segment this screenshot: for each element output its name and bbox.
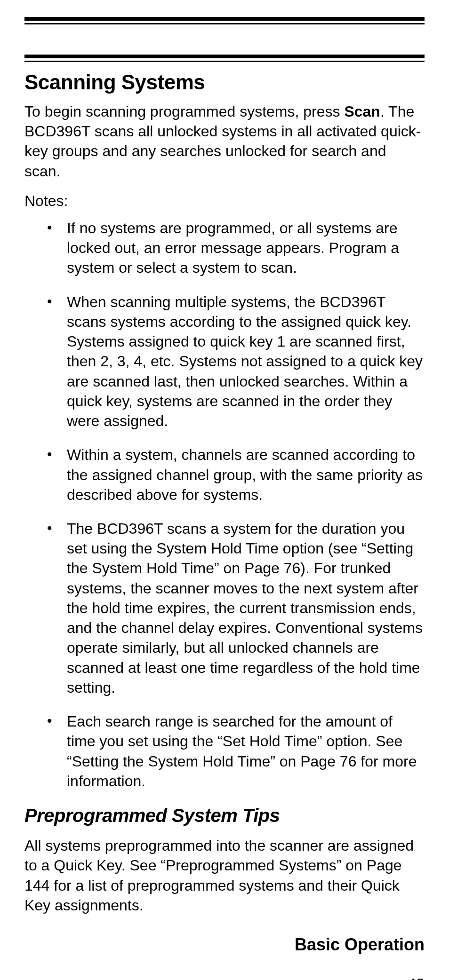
page-number: 43 [24,975,425,980]
rule-thick [24,55,425,58]
rule-thin [24,61,425,62]
intro-pre: To begin scanning programmed systems, pr… [24,103,344,120]
intro-paragraph: To begin scanning programmed systems, pr… [24,102,425,181]
top-rule-group [24,17,425,24]
intro-bold: Scan [344,103,380,120]
sub-body: All systems preprogrammed into the scann… [24,836,425,915]
footer-section: Basic Operation [24,935,425,955]
list-item: Each search range is searched for the am… [47,711,425,791]
list-item: When scanning multiple systems, the BCD3… [47,292,425,431]
second-rule-group [24,55,425,62]
section-heading: Scanning Systems [24,71,425,94]
list-item: The BCD396T scans a system for the durat… [47,519,425,697]
rule-thick [24,17,425,21]
sub-heading: Preprogrammed System Tips [24,805,425,826]
list-item: Within a system, channels are scanned ac… [47,445,425,505]
list-item: If no systems are programmed, or all sys… [47,218,425,278]
notes-label: Notes: [24,192,425,210]
notes-list: If no systems are programmed, or all sys… [24,218,425,791]
rule-gap [24,24,425,55]
